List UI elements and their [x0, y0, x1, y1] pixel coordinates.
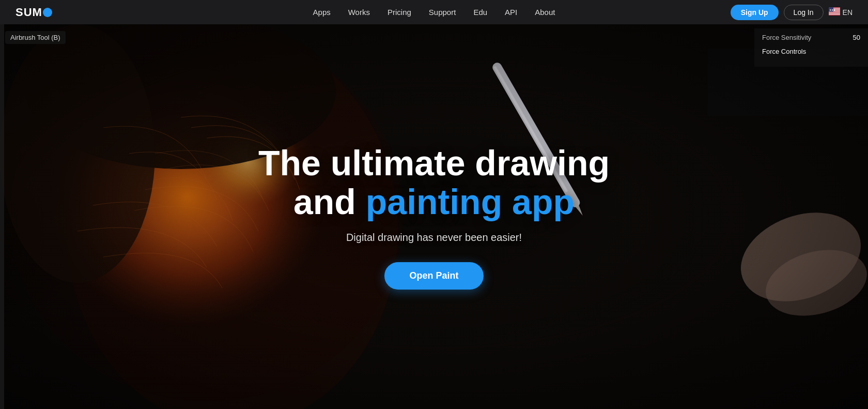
login-button[interactable]: Log In	[784, 5, 824, 20]
nav-item-apps[interactable]: Apps	[306, 5, 338, 20]
nav-item-support[interactable]: Support	[422, 5, 463, 20]
nav-item-pricing[interactable]: Pricing	[380, 5, 419, 20]
nav-right: Sign Up Log In ★★★ EN	[731, 5, 853, 20]
headline-line2-prefix: and	[293, 182, 366, 221]
svg-rect-6	[829, 14, 840, 15]
headline-highlight: painting app	[366, 182, 575, 221]
hero-content: The ultimate drawing and painting app Di…	[0, 24, 868, 409]
language-selector[interactable]: ★★★ EN	[829, 7, 853, 17]
svg-rect-4	[829, 12, 840, 12]
logo[interactable]: SUM	[16, 6, 52, 19]
open-paint-button[interactable]: Open Paint	[384, 262, 483, 290]
nav-links: Apps Works Pricing Support Edu API About	[306, 5, 563, 20]
svg-text:★★★: ★★★	[829, 8, 836, 11]
nav-item-edu[interactable]: Edu	[466, 5, 494, 20]
flag-icon: ★★★	[829, 7, 840, 17]
signup-button[interactable]: Sign Up	[731, 5, 779, 20]
navbar: SUM Apps Works Pricing Support Edu API A…	[0, 0, 868, 24]
svg-rect-5	[829, 13, 840, 13]
hero-section: Airbrush Tool (B) Force Sensitivity 50 F…	[0, 0, 868, 409]
nav-item-api[interactable]: API	[498, 5, 524, 20]
nav-item-works[interactable]: Works	[341, 5, 377, 20]
headline-line1: The ultimate drawing	[258, 143, 610, 183]
logo-o	[43, 8, 52, 17]
hero-subtext: Digital drawing has never been easier!	[346, 232, 522, 244]
nav-item-about[interactable]: About	[528, 5, 562, 20]
lang-label: EN	[843, 8, 853, 17]
logo-text: SUM	[16, 6, 52, 19]
hero-headline: The ultimate drawing and painting app	[258, 144, 610, 221]
